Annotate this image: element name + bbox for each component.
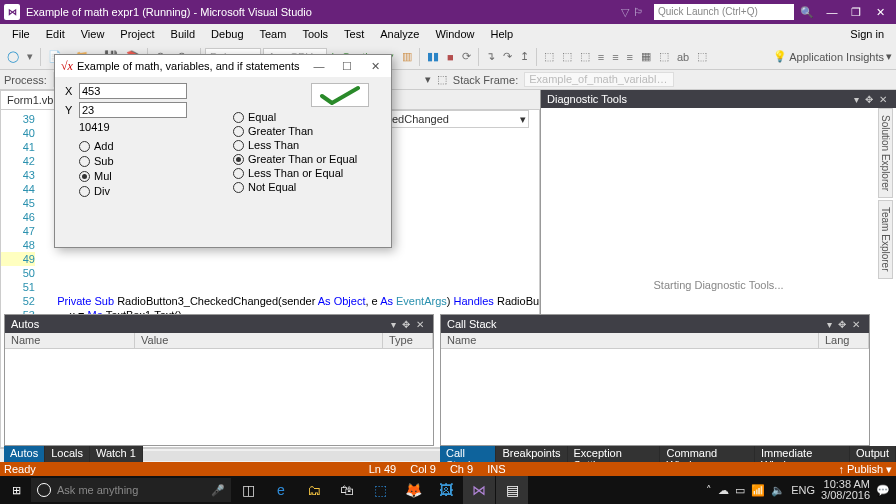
- edge-icon[interactable]: e: [265, 476, 297, 504]
- tray-chevron-icon[interactable]: ˄: [706, 484, 712, 497]
- tool-g[interactable]: ▦: [638, 49, 654, 64]
- tool-d[interactable]: ≡: [595, 50, 607, 64]
- tab-breakpoints[interactable]: Breakpoints: [496, 446, 567, 462]
- dropbox-icon[interactable]: ⬚: [364, 476, 396, 504]
- radio-sub[interactable]: Sub: [79, 155, 187, 167]
- y-input[interactable]: [79, 102, 187, 118]
- tool-h[interactable]: ⬚: [656, 49, 672, 64]
- autos-col-type[interactable]: Type: [383, 333, 433, 348]
- vs-taskbar-icon[interactable]: ⋈: [463, 476, 495, 504]
- thread-icon[interactable]: ▾: [425, 73, 431, 86]
- radio-add[interactable]: Add: [79, 140, 187, 152]
- thread-icon-2[interactable]: ⬚: [437, 73, 447, 86]
- tool-a[interactable]: ⬚: [541, 49, 557, 64]
- tab-exception-settings[interactable]: Exception Settings: [568, 446, 661, 462]
- team-explorer-tab[interactable]: Team Explorer: [878, 200, 893, 278]
- quick-launch-search-icon[interactable]: 🔍: [800, 6, 814, 19]
- close-button[interactable]: ✕: [868, 6, 892, 19]
- action-center-icon[interactable]: 💬: [876, 484, 890, 497]
- tray-lang[interactable]: ENG: [791, 484, 815, 496]
- tab-callstack[interactable]: Call Stack: [440, 446, 496, 462]
- radio-equal[interactable]: Equal: [233, 111, 357, 123]
- step-out-button[interactable]: ↥: [517, 49, 532, 64]
- member-dropdown[interactable]: edChanged ▾: [389, 110, 529, 128]
- menu-window[interactable]: Window: [427, 26, 482, 42]
- callstack-pin-icon[interactable]: ✥: [835, 319, 849, 330]
- autos-close-icon[interactable]: ✕: [413, 319, 427, 330]
- menu-view[interactable]: View: [73, 26, 113, 42]
- radio-mul[interactable]: Mul: [79, 170, 187, 182]
- autos-col-name[interactable]: Name: [5, 333, 135, 348]
- menu-help[interactable]: Help: [483, 26, 522, 42]
- stop-button[interactable]: ■: [444, 50, 457, 64]
- tab-output[interactable]: Output: [850, 446, 896, 462]
- menu-test[interactable]: Test: [336, 26, 372, 42]
- menu-file[interactable]: File: [4, 26, 38, 42]
- tab-command-window[interactable]: Command Window: [660, 446, 754, 462]
- autos-pin-icon[interactable]: ✥: [399, 319, 413, 330]
- tray-volume-icon[interactable]: 🔈: [771, 484, 785, 497]
- step-into-button[interactable]: ↴: [483, 49, 498, 64]
- tab-locals[interactable]: Locals: [45, 446, 90, 462]
- autos-dropdown-icon[interactable]: ▾: [388, 319, 399, 330]
- form-close-button[interactable]: ✕: [361, 60, 389, 73]
- radio-gte[interactable]: Greater Than or Equal: [233, 153, 357, 165]
- diag-dropdown-icon[interactable]: ▾: [851, 94, 862, 105]
- menu-build[interactable]: Build: [163, 26, 203, 42]
- menu-analyze[interactable]: Analyze: [372, 26, 427, 42]
- tool-c[interactable]: ⬚: [577, 49, 593, 64]
- restore-button[interactable]: ❐: [844, 6, 868, 19]
- application-insights-button[interactable]: 💡 Application Insights ▾: [773, 50, 892, 63]
- store-icon[interactable]: 🛍: [331, 476, 363, 504]
- tray-cloud-icon[interactable]: ☁: [718, 484, 729, 497]
- quick-launch-input[interactable]: Quick Launch (Ctrl+Q): [654, 4, 794, 20]
- form-running-icon[interactable]: ▤: [496, 476, 528, 504]
- callstack-dropdown-icon[interactable]: ▾: [824, 319, 835, 330]
- menu-project[interactable]: Project: [112, 26, 162, 42]
- step-over-button[interactable]: ↷: [500, 49, 515, 64]
- tab-autos[interactable]: Autos: [4, 446, 45, 462]
- sign-in-link[interactable]: Sign in: [842, 26, 892, 42]
- radio-neq[interactable]: Not Equal: [233, 181, 357, 193]
- form-titlebar[interactable]: √x Example of math, variables, and if st…: [55, 55, 391, 77]
- radio-lt[interactable]: Less Than: [233, 139, 357, 151]
- step-config-button[interactable]: ▥: [399, 49, 415, 64]
- diag-close-icon[interactable]: ✕: [876, 94, 890, 105]
- notification-icon[interactable]: 🏳: [633, 6, 644, 18]
- menu-team[interactable]: Team: [252, 26, 295, 42]
- pause-button[interactable]: ▮▮: [424, 49, 442, 64]
- x-input[interactable]: [79, 83, 187, 99]
- radio-div[interactable]: Div: [79, 185, 187, 197]
- start-button[interactable]: ⊞: [2, 476, 30, 504]
- tray-battery-icon[interactable]: ▭: [735, 484, 745, 497]
- tool-e[interactable]: ≡: [609, 50, 621, 64]
- callstack-col-lang[interactable]: Lang: [819, 333, 869, 348]
- minimize-button[interactable]: —: [820, 6, 844, 18]
- task-view-icon[interactable]: ◫: [232, 476, 264, 504]
- tab-immediate-window[interactable]: Immediate Window: [755, 446, 850, 462]
- mic-icon[interactable]: 🎤: [211, 484, 225, 497]
- nav-forward-button[interactable]: ▾: [24, 49, 36, 64]
- tool-i[interactable]: ab: [674, 50, 692, 64]
- tool-b[interactable]: ⬚: [559, 49, 575, 64]
- autos-col-value[interactable]: Value: [135, 333, 383, 348]
- tray-clock[interactable]: 10:38 AM 3/08/2016: [821, 479, 870, 501]
- restart-button[interactable]: ⟳: [459, 49, 474, 64]
- menu-tools[interactable]: Tools: [294, 26, 336, 42]
- firefox-icon[interactable]: 🦊: [397, 476, 429, 504]
- callstack-col-name[interactable]: Name: [441, 333, 819, 348]
- form-minimize-button[interactable]: —: [305, 60, 333, 72]
- stackframe-combo[interactable]: Example_of_math_variables_and_if_statem: [524, 72, 674, 87]
- publish-button[interactable]: ↑ Publish ▾: [838, 463, 892, 476]
- radio-gt[interactable]: Greater Than: [233, 125, 357, 137]
- cortana-search[interactable]: Ask me anything 🎤: [31, 478, 231, 502]
- menu-debug[interactable]: Debug: [203, 26, 251, 42]
- tab-watch1[interactable]: Watch 1: [90, 446, 143, 462]
- title-flag-icon[interactable]: ▽: [621, 6, 629, 19]
- tool-f[interactable]: ≡: [624, 50, 636, 64]
- solution-explorer-tab[interactable]: Solution Explorer: [878, 108, 893, 198]
- callstack-close-icon[interactable]: ✕: [849, 319, 863, 330]
- tool-j[interactable]: ⬚: [694, 49, 710, 64]
- radio-lte[interactable]: Less Than or Equal: [233, 167, 357, 179]
- diag-pin-icon[interactable]: ✥: [862, 94, 876, 105]
